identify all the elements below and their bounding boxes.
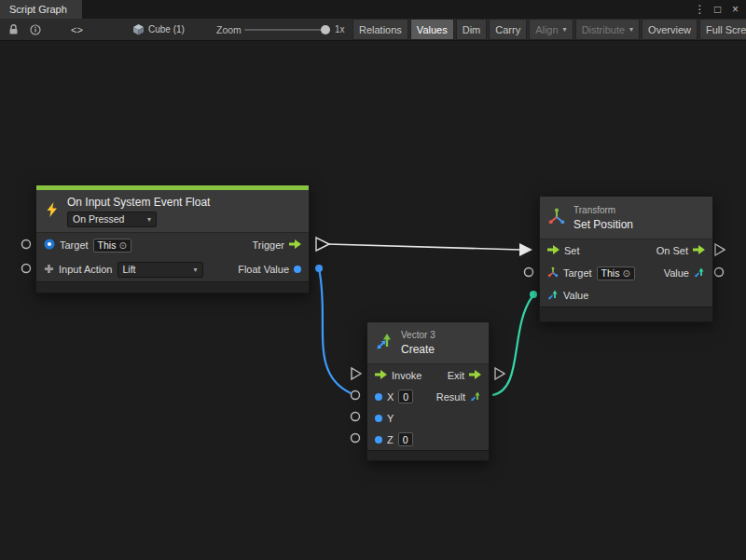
invoke-port[interactable] — [352, 368, 361, 379]
exit-port-label: Exit — [448, 370, 464, 381]
y-port[interactable] — [352, 413, 360, 421]
wire-result-to-value[interactable] — [492, 296, 532, 395]
z-port-label: Z — [387, 434, 394, 445]
close-icon[interactable]: × — [728, 0, 742, 19]
trigger-flow-port[interactable] — [316, 238, 329, 251]
menu-icon[interactable]: ⋮ — [693, 0, 707, 19]
node-title: On Input System Event Float — [67, 196, 210, 209]
on-set-port[interactable] — [715, 244, 725, 255]
x-port[interactable] — [352, 391, 360, 400]
flow-arrow-icon — [469, 370, 481, 381]
chevron-down-icon: ▾ — [629, 25, 633, 34]
target-value-chip[interactable]: This ⊙ — [597, 266, 635, 280]
carry-button[interactable]: Carry — [489, 19, 527, 40]
target-port-label: Target — [563, 267, 592, 279]
info-icon[interactable] — [28, 19, 43, 40]
set-port-label: Set — [564, 245, 580, 256]
align-button[interactable]: Align▾ — [529, 19, 573, 40]
dim-button[interactable]: Dim — [456, 19, 488, 40]
node-type-label: Transform — [573, 205, 633, 215]
graph-toolbar: <> Cube (1) Zoom 1x Relations Values Dim… — [0, 19, 746, 41]
graph-object-label[interactable]: Cube (1) — [148, 19, 185, 40]
target-icon: ⊙ — [622, 268, 629, 279]
flow-arrow-icon — [289, 239, 301, 251]
float-value-port[interactable] — [315, 265, 323, 272]
flow-arrow-icon — [693, 245, 705, 256]
transform-small-icon — [547, 266, 559, 280]
dpad-icon — [44, 264, 54, 276]
overview-button[interactable]: Overview — [642, 19, 698, 40]
trigger-port-label: Trigger — [253, 239, 284, 251]
set-flow-arrowhead[interactable] — [519, 243, 532, 256]
input-action-value: Lift — [123, 264, 136, 275]
event-mode-dropdown[interactable]: On Pressed ▾ — [67, 212, 157, 227]
tab-script-graph[interactable]: Script Graph — [0, 0, 82, 19]
value-in-port-label: Value — [563, 290, 588, 301]
code-view-icon[interactable]: <> — [71, 19, 83, 40]
zoom-value: 1x — [335, 19, 345, 40]
float-value-type-dot — [294, 266, 301, 273]
x-value: 0 — [403, 391, 408, 403]
y-port-label: Y — [387, 413, 394, 424]
node-transform-set-position[interactable]: Transform Set Position Set On Set — [539, 196, 713, 322]
input-action-port[interactable] — [22, 265, 31, 273]
node-footer — [540, 307, 712, 321]
on-set-port-label: On Set — [656, 245, 688, 256]
node-vector3-create[interactable]: Vector 3 Create Invoke Exit X 0 Result — [366, 321, 490, 461]
lock-icon[interactable] — [6, 19, 21, 40]
chevron-down-icon: ▾ — [563, 25, 567, 34]
node-title: Set Position — [573, 218, 633, 231]
event-target-port[interactable] — [22, 240, 31, 249]
exit-port[interactable] — [495, 368, 504, 379]
value-out-port-label: Value — [664, 267, 689, 279]
vector3-small-icon — [694, 266, 705, 280]
transform-icon — [547, 207, 566, 229]
node-type-label: Vector 3 — [401, 330, 435, 340]
zoom-slider-track[interactable] — [244, 29, 330, 31]
node-on-input-system-event-float[interactable]: On Input System Event Float On Pressed ▾… — [35, 184, 310, 294]
x-type-dot — [375, 393, 382, 401]
node-footer — [36, 281, 309, 293]
zoom-slider-handle[interactable] — [321, 25, 330, 34]
node-footer — [367, 450, 489, 460]
zoom-label: Zoom — [216, 19, 242, 40]
input-action-dropdown[interactable]: Lift ▾ — [117, 262, 203, 278]
event-mode-value: On Pressed — [73, 213, 124, 225]
cube-icon — [132, 19, 145, 40]
node-title: Create — [401, 343, 435, 356]
full-screen-button[interactable]: Full Screen — [699, 19, 746, 40]
value-in-port[interactable] — [530, 291, 537, 298]
wire-floatvalue-to-x[interactable] — [319, 268, 351, 393]
x-port-label: X — [387, 391, 394, 403]
z-type-dot — [375, 436, 382, 444]
values-button[interactable]: Values — [410, 19, 454, 40]
chevron-down-icon: ▾ — [193, 266, 197, 274]
y-type-dot — [375, 415, 382, 422]
wire-trigger-to-set[interactable] — [328, 244, 520, 250]
vector3-small-icon — [470, 390, 481, 403]
lightning-icon — [44, 201, 60, 222]
z-value: 0 — [403, 434, 408, 445]
target-value-chip[interactable]: This ⊙ — [93, 239, 131, 253]
x-value-field[interactable]: 0 — [398, 389, 413, 403]
target-value: This — [601, 267, 620, 279]
float-value-port-label: Float Value — [238, 264, 289, 275]
input-system-icon — [44, 239, 55, 252]
maximize-icon[interactable]: □ — [711, 0, 725, 19]
z-value-field[interactable]: 0 — [398, 432, 413, 446]
toolbar-buttons: Relations Values Dim Carry Align▾ Distri… — [352, 19, 746, 40]
target-port-label: Target — [60, 239, 89, 251]
script-graph-window: Script Graph ⋮ □ × <> Cube (1) Zoom 1x R… — [0, 0, 746, 560]
transform-target-port[interactable] — [525, 268, 533, 277]
result-port-label: Result — [436, 391, 465, 403]
chevron-down-icon: ▾ — [147, 215, 151, 224]
value-out-port[interactable] — [715, 268, 724, 277]
relations-button[interactable]: Relations — [352, 19, 408, 40]
flow-arrow-icon — [375, 370, 387, 381]
title-bar: Script Graph ⋮ □ × — [0, 0, 746, 19]
flow-arrow-icon — [547, 245, 560, 256]
input-action-port-label: Input Action — [59, 264, 113, 275]
distribute-button[interactable]: Distribute▾ — [575, 19, 640, 40]
align-label: Align — [535, 24, 558, 35]
z-port[interactable] — [352, 434, 360, 443]
